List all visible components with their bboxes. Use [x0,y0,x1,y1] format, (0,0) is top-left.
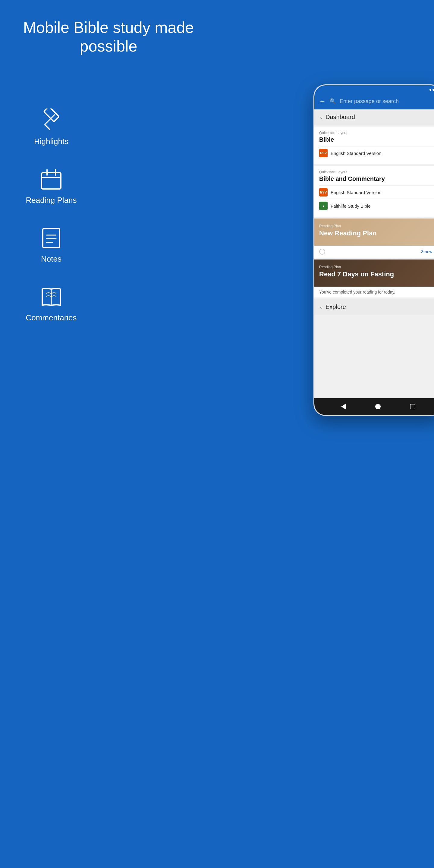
reading-plans-label: Reading Plans [26,195,76,205]
svg-rect-3 [41,173,61,189]
svg-line-2 [44,115,55,125]
calendar-icon [39,167,63,191]
svg-rect-7 [43,228,60,248]
features-list: Highlights Reading Plans Notes Commenta [0,99,102,332]
svg-line-1 [45,125,50,130]
book-icon [39,285,63,309]
highlighter-icon [39,108,63,133]
feature-highlights[interactable]: Highlights [34,108,68,146]
document-icon [39,226,63,250]
hero-section: Mobile Bible study made possible [0,0,217,77]
highlights-label: Highlights [34,137,68,146]
feature-commentaries[interactable]: Commentaries [26,285,76,322]
feature-reading-plans[interactable]: Reading Plans [26,167,76,205]
hero-title: Mobile Bible study made possible [12,18,205,56]
commentaries-label: Commentaries [26,313,76,322]
svg-rect-0 [44,108,59,122]
notes-label: Notes [41,254,61,264]
feature-notes[interactable]: Notes [39,226,63,264]
